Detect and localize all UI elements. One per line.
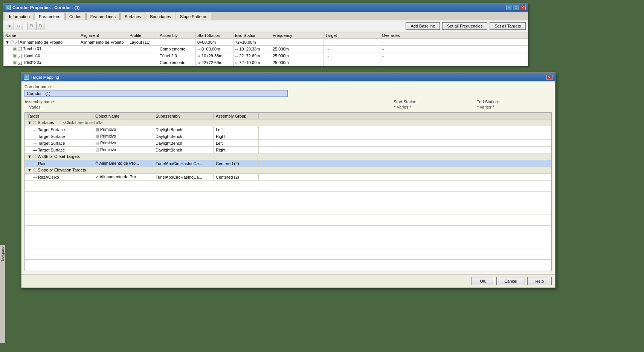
table-row[interactable]: ▣ Trecho 02 Complemento ⇔ 22+72.69m ⇔	[4, 59, 528, 66]
end-arrows: ⇔	[235, 61, 238, 65]
region-icon: ▣	[13, 60, 17, 64]
click-all-text[interactable]: <Click here to set all>	[63, 120, 103, 125]
group-width-offset: ▼ ⬡ Width or Offset Targets	[25, 153, 551, 160]
table-row[interactable]: — Target Surface ▤ Primitivo DaylightBen…	[25, 147, 551, 153]
row-end-station: 72+10.00m	[233, 39, 271, 46]
row-frequency: 25.000m	[271, 46, 324, 52]
dialog-footer: OK Cancel Help	[21, 274, 555, 288]
expand-surfaces-icon[interactable]: ▼	[27, 120, 32, 125]
ok-button[interactable]: OK	[472, 277, 494, 285]
toolspane-label: Toolspace	[0, 245, 5, 263]
title-bar-buttons: ─ □ ✕	[506, 5, 526, 10]
tab-feature-lines[interactable]: Feature Lines	[86, 13, 120, 20]
target-col: — Raio	[25, 160, 93, 167]
tab-information[interactable]: Information	[5, 13, 34, 20]
collapse-icon[interactable]: ▼	[5, 40, 9, 44]
cancel-button[interactable]: Cancel	[496, 277, 525, 285]
help-button[interactable]: Help	[527, 277, 552, 285]
tab-parameters[interactable]: Parameters	[35, 13, 64, 20]
check-button[interactable]: ☑	[27, 22, 35, 30]
table-row[interactable]: — Target Surface ▤ Primitivo DaylightBen…	[25, 140, 551, 147]
collapse-all-button[interactable]: ⊟	[15, 22, 23, 30]
end-arrows: ⇔	[235, 54, 238, 58]
left-tool-panel: Toolspace	[0, 245, 5, 343]
row-checkbox[interactable]	[18, 61, 22, 65]
maximize-button[interactable]: □	[513, 5, 519, 10]
assembly-group-col: Right	[214, 133, 259, 140]
add-baseline-button[interactable]: Add Baseline	[406, 22, 440, 30]
group-width-label: ▼ ⬡ Width or Offset Targets	[25, 153, 551, 160]
overrides-dots[interactable]: ···	[382, 61, 386, 65]
row-checkbox[interactable]	[15, 40, 19, 44]
table-row[interactable]: ▣ Trecho 01 Complemento ⇔ 0+00.00m ⇔	[4, 46, 528, 52]
row-target[interactable]: ···	[324, 59, 380, 66]
close-button[interactable]: ✕	[520, 5, 526, 10]
tab-surfaces[interactable]: Surfaces	[121, 13, 145, 20]
assembly-name-label: Assembly name:	[24, 99, 386, 104]
expand-width-icon[interactable]: ▼	[27, 154, 32, 159]
surface-icon: ▤	[95, 147, 99, 152]
toolbar: ⊞ ⊟ ☑ ☐ Add Baseline Set all Frequencies…	[3, 20, 528, 32]
table-row[interactable]: ▼ ⬡ Alinhamento de Projeto Alinhamento d…	[4, 39, 528, 46]
set-all-targets-button[interactable]: Set all Targets	[490, 22, 526, 30]
target-mapping-dialog: T Target Mapping ✕ Corridor name: Assemb…	[21, 72, 555, 288]
empty-row	[25, 237, 551, 248]
surface-icon: ▤	[95, 134, 99, 138]
start-station-value: **Varies**	[394, 105, 469, 109]
dialog-close-button[interactable]: ✕	[546, 75, 552, 80]
target-dots[interactable]: ···	[325, 54, 330, 58]
width-group-icon: ⬡	[33, 154, 37, 159]
row-start-station: ⇔ 0+00.00m	[196, 46, 233, 52]
row-overrides[interactable]: ···	[380, 39, 528, 46]
row-overrides[interactable]: ···	[380, 52, 528, 59]
table-row[interactable]: — Target Surface ▤ Primitivo DaylightBen…	[25, 126, 551, 133]
set-all-frequencies-button[interactable]: Set all Frequencies	[442, 22, 487, 30]
subassembly-col: DaylightBench	[153, 126, 214, 133]
tab-boundaries[interactable]: Boundaries	[146, 13, 175, 20]
toolbar-group-left: ⊞ ⊟ ☑ ☐	[6, 22, 44, 30]
empty-row	[25, 203, 551, 214]
target-col: — RazAOeixo	[25, 174, 93, 181]
row-assembly: Túnel 2.0	[158, 52, 196, 59]
overrides-dots[interactable]: ···	[382, 41, 386, 44]
table-row-selected[interactable]: — Raio ⥁ Alinhamento de Pro... TunelAboC…	[25, 160, 551, 167]
target-dots[interactable]: ···	[325, 41, 330, 44]
assembly-group-col: Left	[214, 140, 259, 147]
region-name: Túnel 2.0	[23, 53, 40, 58]
end-station-group: End Station: **Varies**	[476, 99, 552, 109]
minimize-button[interactable]: ─	[506, 5, 512, 10]
subassembly-col: DaylightBench	[153, 140, 214, 147]
table-row[interactable]: — RazAOeixo ✔ Alinhamento de Pro... Tune…	[25, 174, 551, 181]
expand-slope-icon[interactable]: ▼	[27, 168, 32, 172]
target-table: Target Object Name Subassembly Assembly …	[25, 113, 551, 271]
main-window: C Corridor Properties - Corridor - (1) ─…	[3, 3, 528, 66]
dialog-title-text: Target Mapping	[31, 75, 59, 80]
expand-all-button[interactable]: ⊞	[6, 22, 14, 30]
tab-codes[interactable]: Codes	[65, 13, 85, 20]
corridor-name-label: Corridor name:	[24, 84, 552, 89]
tab-bar: Information Parameters Codes Feature Lin…	[3, 12, 528, 20]
overrides-dots[interactable]: ···	[382, 54, 386, 58]
corridor-name-input[interactable]	[24, 90, 288, 97]
uncheck-button[interactable]: ☐	[36, 22, 44, 30]
row-overrides[interactable]: ···	[380, 46, 528, 52]
row-target[interactable]: ···	[324, 52, 380, 59]
tab-slope-patterns[interactable]: Slope Patterns	[176, 13, 211, 20]
start-arrows: ⇔	[197, 54, 200, 58]
row-overrides[interactable]: ···	[380, 59, 528, 66]
table-row[interactable]: ▣ Túnel 2.0 Túnel 2.0 ⇔ 10+29.38m ⇔	[4, 52, 528, 59]
target-dots[interactable]: ···	[325, 47, 330, 51]
target-col: — Target Surface	[25, 126, 93, 133]
dash-icon: —	[33, 134, 37, 139]
row-target[interactable]: ···	[324, 39, 380, 46]
row-target[interactable]: ···	[324, 46, 380, 52]
region-name: Trecho 01	[23, 46, 41, 51]
table-row[interactable]: — Target Surface ▤ Primitivo DaylightBen…	[25, 133, 551, 140]
start-station-label: Start Station:	[394, 99, 469, 104]
dialog-title-bar: T Target Mapping ✕	[21, 73, 555, 81]
subassembly-col: DaylightBench	[153, 133, 214, 140]
target-dots[interactable]: ···	[325, 61, 330, 65]
overrides-dots[interactable]: ···	[382, 47, 386, 51]
row-checkbox[interactable]	[18, 54, 22, 58]
row-checkbox[interactable]	[18, 47, 22, 51]
